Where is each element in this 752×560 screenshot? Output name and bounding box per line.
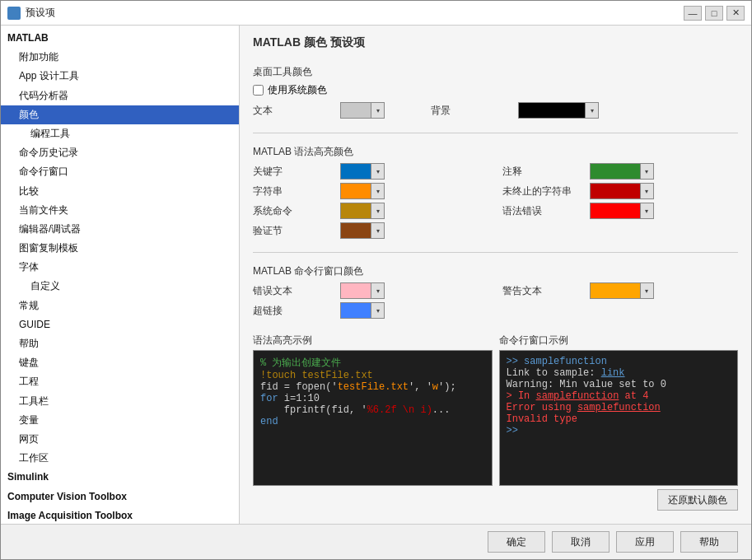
- error-text-swatch[interactable]: [341, 283, 371, 298]
- unterm-string-swatch[interactable]: [591, 184, 640, 198]
- background-color-dropdown[interactable]: ▾: [585, 103, 598, 118]
- warning-text-dropdown[interactable]: ▾: [640, 283, 653, 298]
- keyword-swatch-wrap: ▾: [340, 163, 385, 180]
- syntax-error-color-pair: 语法错误 ▾: [502, 203, 739, 219]
- hyperlink-dropdown[interactable]: ▾: [371, 303, 384, 318]
- sidebar-item-工程[interactable]: 工程: [1, 372, 239, 391]
- warning-text-swatch-wrap: ▾: [590, 282, 654, 299]
- syn-line-2: !touch testFile.txt: [260, 370, 485, 381]
- keyword-dropdown[interactable]: ▾: [371, 164, 384, 179]
- background-color-swatch[interactable]: [519, 103, 585, 118]
- comment-label: 注释: [502, 165, 585, 179]
- sidebar-item-app-设计工具[interactable]: App 设计工具: [1, 67, 239, 86]
- minimize-button[interactable]: —: [684, 6, 702, 21]
- hyperlink-color-pair: 超链接 ▾: [253, 302, 489, 319]
- text-color-pair: 文本 ▾: [253, 102, 385, 119]
- syntax-error-dropdown[interactable]: ▾: [640, 203, 653, 218]
- desktop-colors-section: 桌面工具颜色 使用系统颜色 文本 ▾ 背景: [253, 58, 738, 123]
- sidebar-item-网页[interactable]: 网页: [1, 430, 239, 449]
- sidebar-item-命令历史记录[interactable]: 命令历史记录: [1, 143, 239, 162]
- syscmd-color-swatch[interactable]: [341, 203, 371, 218]
- sidebar-item-guide[interactable]: GUIDE: [1, 315, 239, 334]
- background-label: 背景: [431, 104, 513, 118]
- sidebar-item-matlab[interactable]: MATLAB: [1, 29, 239, 48]
- sidebar-item-命令行窗口[interactable]: 命令行窗口: [1, 162, 239, 181]
- warning-text-label: 警告文本: [502, 284, 585, 298]
- unterm-string-color-pair: 未终止的字符串 ▾: [502, 183, 739, 199]
- use-system-colors-row: 使用系统颜色: [253, 83, 738, 97]
- string-dropdown[interactable]: ▾: [371, 184, 384, 198]
- unterm-string-dropdown[interactable]: ▾: [640, 184, 653, 198]
- unterm-string-swatch-wrap: ▾: [590, 183, 654, 199]
- sidebar-item-编辑器/调试器[interactable]: 编辑器/调试器: [1, 220, 239, 239]
- sidebar-item-帮助[interactable]: 帮助: [1, 334, 239, 353]
- sidebar-item-代码分析器[interactable]: 代码分析器: [1, 86, 239, 105]
- close-button[interactable]: ✕: [726, 6, 745, 21]
- cmd-example-label: 命令行窗口示例: [499, 334, 739, 348]
- cmd-line-5: Error using samplefunction: [507, 402, 731, 413]
- right-panel: MATLAB 颜色 预设项 桌面工具颜色 使用系统颜色 文本 ▾: [240, 26, 751, 524]
- syntax-colors-grid: 关键字 ▾ 注释 ▾: [253, 163, 738, 239]
- string-color-swatch[interactable]: [341, 184, 371, 198]
- cancel-button[interactable]: 取消: [552, 531, 610, 553]
- syn-line-4: for i=1:10: [260, 393, 485, 404]
- sidebar-item-图窗复制模板[interactable]: 图窗复制模板: [1, 239, 239, 258]
- syntax-error-label: 语法错误: [502, 204, 585, 218]
- sidebar-item-自定义[interactable]: 自定义: [1, 277, 239, 296]
- confirm-button[interactable]: 确定: [488, 531, 545, 553]
- hyperlink-swatch[interactable]: [341, 303, 371, 318]
- sidebar-item-computer-vision-toolbox[interactable]: Computer Vision Toolbox: [1, 488, 239, 506]
- error-text-color-pair: 错误文本 ▾: [253, 282, 489, 299]
- sidebar-item-比较[interactable]: 比较: [1, 182, 239, 201]
- sidebar-item-颜色[interactable]: 颜色: [1, 105, 239, 124]
- sidebar-item-当前文件夹[interactable]: 当前文件夹: [1, 201, 239, 220]
- syntax-example-col: 语法高亮示例 % 为输出创建文件 !touch testFile.txt fid…: [253, 334, 493, 486]
- maximize-button[interactable]: □: [705, 6, 723, 21]
- warning-text-color-pair: 警告文本 ▾: [502, 282, 739, 299]
- comment-color-swatch[interactable]: [591, 164, 640, 179]
- syntax-error-swatch[interactable]: [591, 203, 640, 218]
- restore-defaults-button[interactable]: 还原默认颜色: [657, 489, 738, 511]
- restore-row: 还原默认颜色: [253, 489, 738, 511]
- hyperlink-label: 超链接: [253, 304, 335, 318]
- settings-icon: [7, 7, 21, 20]
- verify-dropdown[interactable]: ▾: [371, 223, 384, 238]
- text-color-dropdown[interactable]: ▾: [371, 103, 384, 118]
- background-color-swatch-wrap: ▾: [518, 102, 599, 119]
- apply-button[interactable]: 应用: [616, 531, 674, 553]
- keyword-color-swatch[interactable]: [341, 164, 371, 179]
- hyperlink-swatch-wrap: ▾: [340, 302, 385, 319]
- cmd-colors-grid: 错误文本 ▾ 警告文本 ▾: [253, 282, 738, 319]
- sidebar-item-image-acquisition-toolbox[interactable]: Image Acquisition Toolbox: [1, 506, 239, 524]
- cmd-line-7: >>: [507, 425, 731, 436]
- warning-text-swatch[interactable]: [591, 283, 640, 298]
- sidebar-item-工作区[interactable]: 工作区: [1, 449, 239, 468]
- cmd-colors-label: MATLAB 命令行窗口颜色: [253, 264, 738, 278]
- sidebar-item-工具栏[interactable]: 工具栏: [1, 392, 239, 411]
- help-button[interactable]: 帮助: [680, 531, 738, 553]
- syscmd-dropdown[interactable]: ▾: [371, 203, 384, 218]
- sidebar-item-字体[interactable]: 字体: [1, 258, 239, 277]
- unterm-string-label: 未终止的字符串: [502, 184, 585, 198]
- text-color-swatch[interactable]: [341, 103, 371, 118]
- text-bg-row: 文本 ▾ 背景 ▾: [253, 102, 738, 119]
- error-text-label: 错误文本: [253, 284, 335, 298]
- title-bar-left: 预设项: [7, 6, 55, 20]
- comment-dropdown[interactable]: ▾: [640, 164, 653, 179]
- sidebar-item-simulink[interactable]: Simulink: [1, 468, 239, 487]
- cmd-line-3: Warning: Min value set to 0: [507, 379, 731, 390]
- sidebar-item-编程工具[interactable]: 编程工具: [1, 124, 239, 143]
- sidebar-item-键盘[interactable]: 键盘: [1, 353, 239, 372]
- examples-row: 语法高亮示例 % 为输出创建文件 !touch testFile.txt fid…: [253, 334, 738, 486]
- use-system-colors-checkbox[interactable]: [253, 85, 264, 96]
- sidebar-item-附加功能[interactable]: 附加功能: [1, 48, 239, 67]
- cmd-colors-section: MATLAB 命令行窗口颜色 错误文本 ▾ 警告文本: [253, 258, 738, 322]
- verify-swatch-wrap: ▾: [340, 222, 385, 239]
- sidebar-item-变量[interactable]: 变量: [1, 411, 239, 430]
- verify-color-swatch[interactable]: [341, 223, 371, 238]
- syntax-example-label: 语法高亮示例: [253, 334, 493, 348]
- error-text-dropdown[interactable]: ▾: [371, 283, 384, 298]
- verify-color-pair: 验证节 ▾: [253, 222, 489, 239]
- window-controls: — □ ✕: [684, 6, 745, 21]
- sidebar-item-常规[interactable]: 常规: [1, 296, 239, 315]
